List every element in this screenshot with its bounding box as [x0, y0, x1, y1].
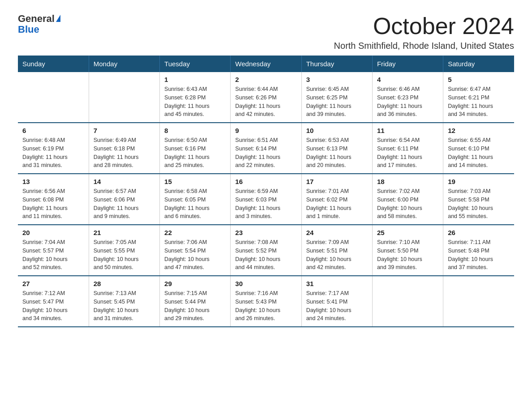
day-info: Sunrise: 7:17 AMSunset: 5:41 PMDaylight:… [306, 289, 368, 323]
calendar-cell: 21Sunrise: 7:05 AMSunset: 5:55 PMDayligh… [89, 225, 159, 276]
day-info: Sunrise: 7:15 AMSunset: 5:44 PMDaylight:… [164, 289, 226, 323]
calendar-cell: 13Sunrise: 6:56 AMSunset: 6:08 PMDayligh… [18, 174, 89, 225]
calendar-cell [18, 72, 89, 123]
week-row-1: 1Sunrise: 6:43 AMSunset: 6:28 PMDaylight… [18, 72, 514, 123]
calendar-cell: 7Sunrise: 6:49 AMSunset: 6:18 PMDaylight… [89, 123, 159, 174]
calendar-cell: 27Sunrise: 7:12 AMSunset: 5:47 PMDayligh… [18, 276, 89, 327]
day-info: Sunrise: 6:59 AMSunset: 6:03 PMDaylight:… [235, 187, 296, 221]
calendar-cell: 29Sunrise: 7:15 AMSunset: 5:44 PMDayligh… [160, 276, 231, 327]
header-day-saturday: Saturday [443, 56, 514, 72]
day-number: 23 [235, 229, 296, 236]
day-number: 4 [377, 76, 438, 83]
calendar-cell: 17Sunrise: 7:01 AMSunset: 6:02 PMDayligh… [301, 174, 372, 225]
day-number: 5 [448, 76, 510, 83]
day-number: 31 [306, 280, 368, 287]
day-number: 17 [306, 178, 368, 185]
day-number: 13 [22, 178, 84, 185]
day-info: Sunrise: 7:06 AMSunset: 5:54 PMDaylight:… [164, 238, 226, 272]
calendar-cell: 2Sunrise: 6:44 AMSunset: 6:26 PMDaylight… [231, 72, 301, 123]
day-info: Sunrise: 6:58 AMSunset: 6:05 PMDaylight:… [164, 187, 226, 221]
calendar-cell [89, 72, 159, 123]
day-number: 12 [448, 127, 510, 134]
week-row-2: 6Sunrise: 6:48 AMSunset: 6:19 PMDaylight… [18, 123, 514, 174]
day-number: 11 [377, 127, 438, 134]
calendar-cell: 9Sunrise: 6:51 AMSunset: 6:14 PMDaylight… [231, 123, 301, 174]
day-number: 30 [235, 280, 296, 287]
day-info: Sunrise: 6:50 AMSunset: 6:16 PMDaylight:… [164, 136, 226, 170]
day-number: 16 [235, 178, 296, 185]
logo-blue: Blue [18, 24, 39, 35]
calendar-cell [372, 276, 443, 327]
day-info: Sunrise: 6:54 AMSunset: 6:11 PMDaylight:… [377, 136, 438, 170]
calendar-cell: 30Sunrise: 7:16 AMSunset: 5:43 PMDayligh… [231, 276, 301, 327]
day-info: Sunrise: 7:16 AMSunset: 5:43 PMDaylight:… [235, 289, 296, 323]
header-day-tuesday: Tuesday [160, 56, 231, 72]
calendar-cell: 14Sunrise: 6:57 AMSunset: 6:06 PMDayligh… [89, 174, 159, 225]
day-info: Sunrise: 6:43 AMSunset: 6:28 PMDaylight:… [164, 85, 226, 119]
day-info: Sunrise: 6:51 AMSunset: 6:14 PMDaylight:… [235, 136, 296, 170]
calendar-cell: 4Sunrise: 6:46 AMSunset: 6:23 PMDaylight… [372, 72, 443, 123]
calendar-cell: 6Sunrise: 6:48 AMSunset: 6:19 PMDaylight… [18, 123, 89, 174]
calendar-cell: 20Sunrise: 7:04 AMSunset: 5:57 PMDayligh… [18, 225, 89, 276]
calendar-cell: 12Sunrise: 6:55 AMSunset: 6:10 PMDayligh… [443, 123, 514, 174]
calendar-cell: 19Sunrise: 7:03 AMSunset: 5:58 PMDayligh… [443, 174, 514, 225]
day-number: 25 [377, 229, 438, 236]
calendar-header: SundayMondayTuesdayWednesdayThursdayFrid… [18, 56, 514, 72]
day-info: Sunrise: 6:47 AMSunset: 6:21 PMDaylight:… [448, 85, 510, 119]
calendar-cell: 11Sunrise: 6:54 AMSunset: 6:11 PMDayligh… [372, 123, 443, 174]
day-info: Sunrise: 7:09 AMSunset: 5:51 PMDaylight:… [306, 238, 368, 272]
day-info: Sunrise: 6:46 AMSunset: 6:23 PMDaylight:… [377, 85, 438, 119]
page-header: General Blue October 2024 North Smithfie… [18, 13, 514, 51]
day-info: Sunrise: 6:56 AMSunset: 6:08 PMDaylight:… [22, 187, 84, 221]
calendar-cell: 31Sunrise: 7:17 AMSunset: 5:41 PMDayligh… [301, 276, 372, 327]
day-number: 7 [94, 127, 155, 134]
calendar-cell: 15Sunrise: 6:58 AMSunset: 6:05 PMDayligh… [160, 174, 231, 225]
day-info: Sunrise: 7:01 AMSunset: 6:02 PMDaylight:… [306, 187, 368, 221]
day-number: 29 [164, 280, 226, 287]
calendar-cell: 24Sunrise: 7:09 AMSunset: 5:51 PMDayligh… [301, 225, 372, 276]
calendar-cell: 10Sunrise: 6:53 AMSunset: 6:13 PMDayligh… [301, 123, 372, 174]
day-info: Sunrise: 6:49 AMSunset: 6:18 PMDaylight:… [94, 136, 155, 170]
day-number: 8 [164, 127, 226, 134]
day-number: 18 [377, 178, 438, 185]
header-day-sunday: Sunday [18, 56, 89, 72]
day-info: Sunrise: 6:57 AMSunset: 6:06 PMDaylight:… [94, 187, 155, 221]
calendar-body: 1Sunrise: 6:43 AMSunset: 6:28 PMDaylight… [18, 72, 514, 327]
subtitle: North Smithfield, Rhode Island, United S… [334, 41, 514, 51]
day-info: Sunrise: 7:04 AMSunset: 5:57 PMDaylight:… [22, 238, 84, 272]
calendar-cell: 23Sunrise: 7:08 AMSunset: 5:52 PMDayligh… [231, 225, 301, 276]
calendar-cell: 3Sunrise: 6:45 AMSunset: 6:25 PMDaylight… [301, 72, 372, 123]
day-number: 2 [235, 76, 296, 83]
day-number: 28 [94, 280, 155, 287]
day-info: Sunrise: 6:45 AMSunset: 6:25 PMDaylight:… [306, 85, 368, 119]
day-info: Sunrise: 7:11 AMSunset: 5:48 PMDaylight:… [448, 238, 510, 272]
title-area: October 2024 North Smithfield, Rhode Isl… [334, 13, 514, 51]
header-day-monday: Monday [89, 56, 159, 72]
calendar-cell: 18Sunrise: 7:02 AMSunset: 6:00 PMDayligh… [372, 174, 443, 225]
calendar-cell: 8Sunrise: 6:50 AMSunset: 6:16 PMDaylight… [160, 123, 231, 174]
calendar-cell: 28Sunrise: 7:13 AMSunset: 5:45 PMDayligh… [89, 276, 159, 327]
day-number: 20 [22, 229, 84, 236]
week-row-5: 27Sunrise: 7:12 AMSunset: 5:47 PMDayligh… [18, 276, 514, 327]
day-number: 9 [235, 127, 296, 134]
day-number: 24 [306, 229, 368, 236]
day-info: Sunrise: 6:53 AMSunset: 6:13 PMDaylight:… [306, 136, 368, 170]
header-row: SundayMondayTuesdayWednesdayThursdayFrid… [18, 56, 514, 72]
day-info: Sunrise: 7:08 AMSunset: 5:52 PMDaylight:… [235, 238, 296, 272]
day-number: 10 [306, 127, 368, 134]
day-info: Sunrise: 7:05 AMSunset: 5:55 PMDaylight:… [94, 238, 155, 272]
calendar-cell: 16Sunrise: 6:59 AMSunset: 6:03 PMDayligh… [231, 174, 301, 225]
day-number: 26 [448, 229, 510, 236]
calendar-cell: 25Sunrise: 7:10 AMSunset: 5:50 PMDayligh… [372, 225, 443, 276]
day-number: 3 [306, 76, 368, 83]
calendar-cell: 22Sunrise: 7:06 AMSunset: 5:54 PMDayligh… [160, 225, 231, 276]
day-number: 6 [22, 127, 84, 134]
day-info: Sunrise: 7:02 AMSunset: 6:00 PMDaylight:… [377, 187, 438, 221]
main-title: October 2024 [334, 13, 514, 39]
calendar-cell [443, 276, 514, 327]
header-day-wednesday: Wednesday [231, 56, 301, 72]
header-day-friday: Friday [372, 56, 443, 72]
logo-triangle-icon [56, 15, 60, 22]
day-info: Sunrise: 6:48 AMSunset: 6:19 PMDaylight:… [22, 136, 84, 170]
day-info: Sunrise: 7:10 AMSunset: 5:50 PMDaylight:… [377, 238, 438, 272]
